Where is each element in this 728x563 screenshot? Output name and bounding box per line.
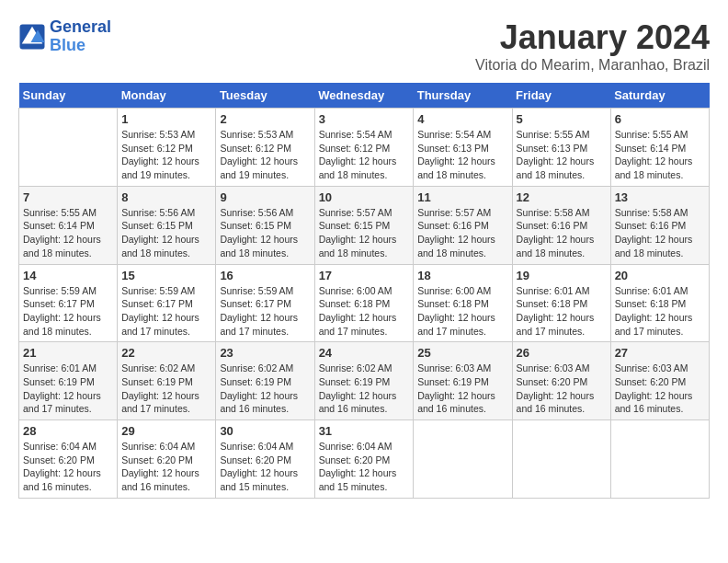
calendar-cell: 19Sunrise: 6:01 AM Sunset: 6:18 PM Dayli…: [512, 264, 610, 342]
calendar-cell: 24Sunrise: 6:02 AM Sunset: 6:19 PM Dayli…: [314, 342, 414, 420]
calendar-cell: 11Sunrise: 5:57 AM Sunset: 6:16 PM Dayli…: [414, 186, 512, 264]
day-info: Sunrise: 6:03 AM Sunset: 6:20 PM Dayligh…: [615, 362, 705, 416]
day-info: Sunrise: 5:55 AM Sunset: 6:13 PM Dayligh…: [517, 128, 607, 182]
calendar-cell: 2Sunrise: 5:53 AM Sunset: 6:12 PM Daylig…: [216, 109, 314, 187]
calendar-cell: 22Sunrise: 6:02 AM Sunset: 6:19 PM Dayli…: [118, 342, 216, 420]
calendar-cell: 9Sunrise: 5:56 AM Sunset: 6:15 PM Daylig…: [216, 186, 314, 264]
day-info: Sunrise: 5:59 AM Sunset: 6:17 PM Dayligh…: [23, 284, 113, 339]
calendar-cell: 7Sunrise: 5:55 AM Sunset: 6:14 PM Daylig…: [19, 186, 118, 264]
calendar-cell: [19, 109, 118, 187]
day-info: Sunrise: 5:57 AM Sunset: 6:15 PM Dayligh…: [319, 206, 410, 260]
day-info: Sunrise: 6:01 AM Sunset: 6:18 PM Dayligh…: [615, 284, 705, 339]
calendar-cell: 26Sunrise: 6:03 AM Sunset: 6:20 PM Dayli…: [512, 342, 610, 420]
calendar-cell: 29Sunrise: 6:04 AM Sunset: 6:20 PM Dayli…: [118, 420, 216, 499]
day-number: 10: [319, 190, 410, 204]
day-info: Sunrise: 6:03 AM Sunset: 6:20 PM Dayligh…: [517, 362, 607, 416]
calendar-cell: 12Sunrise: 5:58 AM Sunset: 6:16 PM Dayli…: [512, 186, 610, 264]
calendar-cell: 13Sunrise: 5:58 AM Sunset: 6:16 PM Dayli…: [610, 186, 709, 264]
day-number: 28: [23, 424, 113, 438]
day-number: 25: [417, 346, 507, 360]
calendar-week-row: 28Sunrise: 6:04 AM Sunset: 6:20 PM Dayli…: [19, 420, 710, 499]
day-info: Sunrise: 5:55 AM Sunset: 6:14 PM Dayligh…: [615, 128, 705, 182]
day-info: Sunrise: 5:56 AM Sunset: 6:15 PM Dayligh…: [121, 206, 211, 260]
calendar-week-row: 1Sunrise: 5:53 AM Sunset: 6:12 PM Daylig…: [19, 109, 710, 187]
page-header: General Blue January 2024 Vitoria do Mea…: [18, 18, 710, 74]
day-info: Sunrise: 6:04 AM Sunset: 6:20 PM Dayligh…: [220, 440, 310, 494]
day-number: 4: [417, 112, 507, 126]
title-block: January 2024 Vitoria do Mearim, Maranhao…: [475, 18, 710, 74]
calendar-cell: 20Sunrise: 6:01 AM Sunset: 6:18 PM Dayli…: [610, 264, 709, 342]
day-number: 27: [615, 346, 705, 360]
calendar-cell: 15Sunrise: 5:59 AM Sunset: 6:17 PM Dayli…: [118, 264, 216, 342]
calendar-cell: 4Sunrise: 5:54 AM Sunset: 6:13 PM Daylig…: [414, 109, 512, 187]
day-info: Sunrise: 6:00 AM Sunset: 6:18 PM Dayligh…: [319, 284, 410, 339]
day-number: 9: [220, 190, 310, 204]
day-number: 20: [615, 269, 705, 282]
day-info: Sunrise: 5:58 AM Sunset: 6:16 PM Dayligh…: [517, 206, 607, 260]
day-number: 13: [615, 190, 705, 204]
day-info: Sunrise: 6:02 AM Sunset: 6:19 PM Dayligh…: [121, 362, 211, 416]
calendar-cell: 28Sunrise: 6:04 AM Sunset: 6:20 PM Dayli…: [19, 420, 118, 499]
day-number: 16: [220, 269, 310, 282]
day-number: 24: [319, 346, 410, 360]
day-number: 22: [121, 346, 211, 360]
calendar-cell: 3Sunrise: 5:54 AM Sunset: 6:12 PM Daylig…: [314, 109, 414, 187]
calendar-week-row: 7Sunrise: 5:55 AM Sunset: 6:14 PM Daylig…: [19, 186, 710, 264]
day-number: 3: [319, 112, 410, 126]
calendar-cell: 23Sunrise: 6:02 AM Sunset: 6:19 PM Dayli…: [216, 342, 314, 420]
day-number: 26: [517, 346, 607, 360]
day-info: Sunrise: 5:58 AM Sunset: 6:16 PM Dayligh…: [615, 206, 705, 260]
calendar-cell: 17Sunrise: 6:00 AM Sunset: 6:18 PM Dayli…: [314, 264, 414, 342]
weekday-header-friday: Friday: [512, 83, 610, 109]
calendar-cell: 21Sunrise: 6:01 AM Sunset: 6:19 PM Dayli…: [19, 342, 118, 420]
calendar-week-row: 21Sunrise: 6:01 AM Sunset: 6:19 PM Dayli…: [19, 342, 710, 420]
weekday-header-sunday: Sunday: [19, 83, 118, 109]
day-info: Sunrise: 6:04 AM Sunset: 6:20 PM Dayligh…: [319, 440, 410, 494]
weekday-header-row: SundayMondayTuesdayWednesdayThursdayFrid…: [19, 83, 710, 109]
weekday-header-tuesday: Tuesday: [216, 83, 314, 109]
calendar-cell: 6Sunrise: 5:55 AM Sunset: 6:14 PM Daylig…: [610, 109, 709, 187]
logo-text: General Blue: [50, 18, 111, 55]
day-number: 2: [220, 112, 310, 126]
day-info: Sunrise: 6:02 AM Sunset: 6:19 PM Dayligh…: [319, 362, 410, 416]
calendar-cell: 31Sunrise: 6:04 AM Sunset: 6:20 PM Dayli…: [314, 420, 414, 499]
calendar-cell: 16Sunrise: 5:59 AM Sunset: 6:17 PM Dayli…: [216, 264, 314, 342]
day-info: Sunrise: 5:53 AM Sunset: 6:12 PM Dayligh…: [220, 128, 310, 182]
day-info: Sunrise: 5:57 AM Sunset: 6:16 PM Dayligh…: [417, 206, 507, 260]
calendar-cell: 1Sunrise: 5:53 AM Sunset: 6:12 PM Daylig…: [118, 109, 216, 187]
day-info: Sunrise: 5:56 AM Sunset: 6:15 PM Dayligh…: [220, 206, 310, 260]
calendar-cell: 8Sunrise: 5:56 AM Sunset: 6:15 PM Daylig…: [118, 186, 216, 264]
month-title: January 2024: [475, 18, 710, 57]
day-number: 19: [517, 269, 607, 282]
day-info: Sunrise: 6:01 AM Sunset: 6:19 PM Dayligh…: [23, 362, 113, 416]
calendar-cell: 25Sunrise: 6:03 AM Sunset: 6:19 PM Dayli…: [414, 342, 512, 420]
calendar-cell: 30Sunrise: 6:04 AM Sunset: 6:20 PM Dayli…: [216, 420, 314, 499]
day-number: 14: [23, 269, 113, 282]
day-number: 31: [319, 424, 410, 438]
calendar-cell: [610, 420, 709, 499]
calendar-cell: [414, 420, 512, 499]
calendar-table: SundayMondayTuesdayWednesdayThursdayFrid…: [18, 83, 710, 499]
day-info: Sunrise: 5:55 AM Sunset: 6:14 PM Dayligh…: [23, 206, 113, 260]
day-number: 7: [23, 190, 113, 204]
weekday-header-monday: Monday: [118, 83, 216, 109]
calendar-cell: 27Sunrise: 6:03 AM Sunset: 6:20 PM Dayli…: [610, 342, 709, 420]
day-info: Sunrise: 6:03 AM Sunset: 6:19 PM Dayligh…: [417, 362, 507, 416]
day-info: Sunrise: 6:02 AM Sunset: 6:19 PM Dayligh…: [220, 362, 310, 416]
day-number: 5: [517, 112, 607, 126]
day-number: 6: [615, 112, 705, 126]
day-number: 23: [220, 346, 310, 360]
day-number: 1: [121, 112, 211, 126]
day-number: 8: [121, 190, 211, 204]
day-number: 30: [220, 424, 310, 438]
calendar-cell: 18Sunrise: 6:00 AM Sunset: 6:18 PM Dayli…: [414, 264, 512, 342]
weekday-header-thursday: Thursday: [414, 83, 512, 109]
calendar-cell: 10Sunrise: 5:57 AM Sunset: 6:15 PM Dayli…: [314, 186, 414, 264]
location-subtitle: Vitoria do Mearim, Maranhao, Brazil: [475, 57, 710, 74]
day-number: 17: [319, 269, 410, 282]
day-info: Sunrise: 5:54 AM Sunset: 6:12 PM Dayligh…: [319, 128, 410, 182]
day-info: Sunrise: 5:53 AM Sunset: 6:12 PM Dayligh…: [121, 128, 211, 182]
day-number: 21: [23, 346, 113, 360]
day-info: Sunrise: 6:04 AM Sunset: 6:20 PM Dayligh…: [121, 440, 211, 494]
day-info: Sunrise: 5:54 AM Sunset: 6:13 PM Dayligh…: [417, 128, 507, 182]
